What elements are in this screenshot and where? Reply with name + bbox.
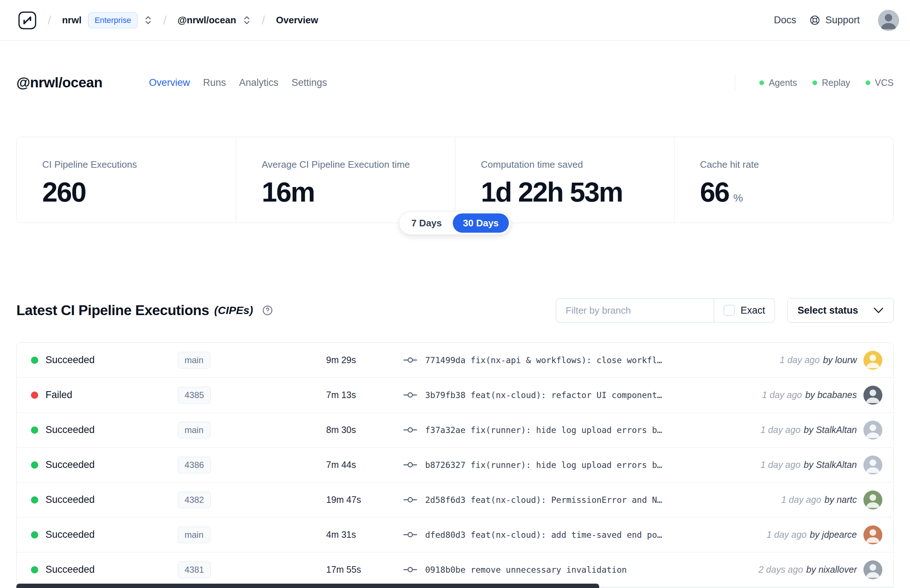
avatar[interactable] xyxy=(863,561,883,579)
status-cell: Succeeded xyxy=(31,459,178,470)
user-avatar[interactable] xyxy=(878,10,899,31)
commit-link[interactable]: 2d58f6d3 feat(nx-cloud): PermissionError… xyxy=(425,495,662,505)
cipe-section-title: Latest CI Pipeline Executions xyxy=(16,302,209,318)
git-commit-icon xyxy=(403,460,417,469)
status-select-button[interactable]: Select status xyxy=(787,298,894,323)
status-dot xyxy=(31,357,38,364)
commit-link[interactable]: 771499da fix(nx-api & workflows): close … xyxy=(425,355,662,365)
nx-cloud-logo-icon[interactable] xyxy=(18,11,37,30)
avatar[interactable] xyxy=(863,456,883,475)
author: by bcabanes xyxy=(805,390,857,400)
author: by jdpearce xyxy=(810,530,857,540)
top-navbar: nrwl Enterprise @nrwl/ocean Overview Doc… xyxy=(0,0,910,41)
workspace-name: @nrwl/ocean xyxy=(178,15,236,26)
author: by lourw xyxy=(823,355,857,365)
range-option-7-days[interactable]: 7 Days xyxy=(401,213,452,233)
chevron-up-down-icon[interactable] xyxy=(144,15,152,25)
commit-link[interactable]: f37a32ae fix(runner): hide log upload er… xyxy=(425,425,662,435)
status-cell: Succeeded xyxy=(31,529,178,540)
tab-analytics[interactable]: Analytics xyxy=(239,77,278,89)
branch-badge[interactable]: main xyxy=(178,422,210,438)
meta-cell: 1 day ago by nartc xyxy=(774,491,883,509)
duration: 17m 55s xyxy=(326,564,403,575)
time-ago: 1 day ago xyxy=(760,425,800,435)
time-ago: 1 day ago xyxy=(781,494,821,505)
docs-link[interactable]: Docs xyxy=(774,15,797,26)
legend-item-vcs[interactable]: VCS xyxy=(866,78,894,88)
meta-cell: 1 day ago by bcabanes xyxy=(755,386,883,405)
branch-badge[interactable]: 4385 xyxy=(178,387,211,404)
commit-cell: 0918b0be remove unnecessary invalidation xyxy=(403,565,751,575)
commit-link[interactable]: 0918b0be remove unnecessary invalidation xyxy=(425,565,627,575)
exact-match-toggle[interactable]: Exact xyxy=(714,299,774,322)
commit-link[interactable]: b8726327 fix(runner): hide log upload er… xyxy=(425,460,662,470)
support-link[interactable]: Support xyxy=(809,15,860,26)
table-row[interactable]: Succeeded main 9m 29s 771499da fix(nx-ap… xyxy=(17,343,893,378)
tab-settings[interactable]: Settings xyxy=(292,77,327,89)
date-range-toggle: 7 Days 30 Days xyxy=(399,212,511,235)
main-content: @nrwl/ocean Overview Runs Analytics Sett… xyxy=(0,74,910,588)
branch-cell: 4382 xyxy=(178,491,326,508)
table-row[interactable]: Succeeded main 4m 31s dfed80d3 feat(nx-c… xyxy=(17,517,893,552)
meta-cell: 1 day ago by lourw xyxy=(773,351,883,370)
status-dot xyxy=(31,531,38,538)
range-option-30-days[interactable]: 30 Days xyxy=(453,213,509,233)
branch-filter-input[interactable] xyxy=(556,305,714,316)
status-cell: Succeeded xyxy=(31,494,178,506)
branch-badge[interactable]: 4382 xyxy=(178,491,211,508)
git-commit-icon xyxy=(403,391,417,399)
avatar[interactable] xyxy=(863,386,883,405)
table-row[interactable]: Succeeded 4381 17m 55s 0918b0be remove u… xyxy=(17,552,893,587)
branch-cell: 4385 xyxy=(178,387,326,404)
breadcrumb-separator xyxy=(262,13,265,27)
table-row[interactable]: Failed 4385 7m 13s 3b79fb38 feat(nx-clou… xyxy=(17,378,893,413)
stat-value: 260 xyxy=(42,176,86,208)
status-dot xyxy=(31,496,38,504)
workspace-switcher[interactable]: @nrwl/ocean xyxy=(178,15,251,26)
legend-label: Agents xyxy=(769,78,797,88)
tab-overview[interactable]: Overview xyxy=(149,77,190,89)
tab-runs[interactable]: Runs xyxy=(203,77,226,89)
avatar[interactable] xyxy=(863,351,883,370)
support-label: Support xyxy=(825,15,860,26)
branch-badge[interactable]: main xyxy=(178,527,210,543)
table-row[interactable]: Succeeded 4386 7m 44s b8726327 fix(runne… xyxy=(17,447,893,483)
horizontal-scrollbar-thumb[interactable] xyxy=(16,584,599,588)
branch-cell: 4381 xyxy=(178,561,326,578)
help-icon[interactable] xyxy=(262,305,273,316)
meta-cell: 2 days ago by nixallover xyxy=(751,561,883,579)
author: by StalkAltan xyxy=(804,425,857,435)
author: by nixallover xyxy=(806,564,857,575)
commit-link[interactable]: 3b79fb38 feat(nx-cloud): refactor UI com… xyxy=(425,391,662,400)
legend-item-agents[interactable]: Agents xyxy=(759,78,797,88)
duration: 19m 47s xyxy=(326,494,403,505)
table-row[interactable]: Succeeded main 8m 30s f37a32ae fix(runne… xyxy=(17,413,893,447)
org-switcher[interactable]: nrwl Enterprise xyxy=(62,12,152,28)
commit-link[interactable]: dfed80d3 feat(nx-cloud): add time-saved … xyxy=(425,530,662,540)
commit-cell: 771499da fix(nx-api & workflows): close … xyxy=(403,355,773,365)
workspace-tabs: Overview Runs Analytics Settings xyxy=(149,77,327,89)
avatar[interactable] xyxy=(863,421,883,439)
exact-checkbox[interactable] xyxy=(724,305,735,316)
avatar[interactable] xyxy=(863,525,883,544)
status-dot xyxy=(31,391,38,399)
branch-badge[interactable]: 4381 xyxy=(178,561,211,578)
stat-label: CI Pipeline Executions xyxy=(42,159,229,170)
legend-item-replay[interactable]: Replay xyxy=(813,78,850,88)
table-row[interactable]: Succeeded 4382 19m 47s 2d58f6d3 feat(nx-… xyxy=(17,483,893,517)
stat-card-average-execution-time: Average CI Pipeline Execution time 16m xyxy=(236,137,455,223)
status-cell: Failed xyxy=(31,389,178,401)
chevron-up-down-icon[interactable] xyxy=(243,15,251,25)
status-label: Succeeded xyxy=(45,424,95,436)
duration: 7m 44s xyxy=(326,460,403,470)
branch-badge[interactable]: main xyxy=(178,352,210,368)
status-label: Succeeded xyxy=(45,354,95,366)
author: by StalkAltan xyxy=(804,460,857,470)
time-ago: 1 day ago xyxy=(766,530,807,540)
stat-suffix: % xyxy=(734,192,743,204)
legend-label: VCS xyxy=(875,78,894,88)
branch-badge[interactable]: 4386 xyxy=(178,457,211,473)
stat-card-ci-pipeline-executions: CI Pipeline Executions 260 xyxy=(17,137,236,223)
avatar[interactable] xyxy=(863,491,883,509)
status-label: Succeeded xyxy=(45,494,95,506)
